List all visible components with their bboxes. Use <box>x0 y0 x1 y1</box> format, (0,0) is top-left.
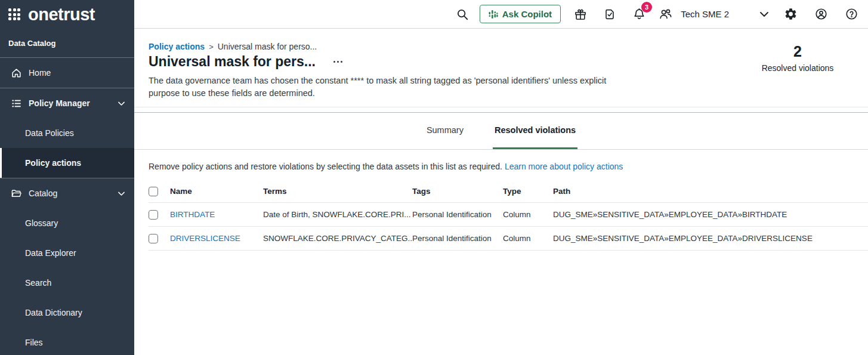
sidebar-item-label: Data Explorer <box>25 248 76 258</box>
tab-summary[interactable]: Summary <box>425 113 465 149</box>
sidebar-nav: HomePolicy ManagerData PoliciesPolicy ac… <box>0 58 134 355</box>
row-checkbox[interactable] <box>149 234 158 243</box>
column-header-type: Type <box>503 187 553 196</box>
main-area: Ask Copilot 3 Tech SME 2 <box>134 0 868 355</box>
sidebar-item-home[interactable]: Home <box>0 58 134 88</box>
stat-value: 2 <box>756 43 839 60</box>
breadcrumb-separator: > <box>209 42 214 51</box>
sidebar-item-label: Data Policies <box>25 128 74 138</box>
sidebar-item-label: Policy Manager <box>29 98 90 108</box>
breadcrumb-current: Universal mask for perso... <box>218 42 317 51</box>
spacer <box>134 107 868 112</box>
sidebar-item-data-policies[interactable]: Data Policies <box>0 118 134 148</box>
column-header-name: Name <box>170 187 263 196</box>
sidebar-item-label: Files <box>25 338 43 347</box>
ask-copilot-label: Ask Copilot <box>502 9 552 19</box>
sidebar-item-policy-manager[interactable]: Policy Manager <box>0 88 134 118</box>
chevron-down-icon[interactable] <box>116 189 126 200</box>
chevron-down-icon[interactable] <box>116 98 126 110</box>
sidebar-item-label: Glossary <box>25 218 58 228</box>
learn-more-link[interactable]: Learn more about policy actions <box>505 162 623 171</box>
asset-name-link[interactable]: BIRTHDATE <box>170 210 215 219</box>
column-header-terms: Terms <box>263 187 412 196</box>
type-cell: Column <box>503 210 553 219</box>
ask-copilot-button[interactable]: Ask Copilot <box>480 5 561 23</box>
violations-table: Name Terms Tags Type Path BIRTHDATEDate … <box>149 180 868 251</box>
select-all-checkbox[interactable] <box>149 187 158 196</box>
sidebar-item-search[interactable]: Search <box>0 268 134 298</box>
column-header-tags: Tags <box>412 187 503 196</box>
sidebar-group: Home <box>0 58 134 88</box>
sidebar-item-catalog[interactable]: Catalog <box>0 178 134 208</box>
path-cell: DUG_SME»SENSITIVE_DATA»EMPLOYEE_DATA»BIR… <box>553 210 868 219</box>
asset-name-link[interactable]: DRIVERSLICENSE <box>170 234 240 243</box>
sidebar-item-label: Search <box>25 278 51 288</box>
terms-cell: Date of Birth, SNOWFLAKE.CORE.PRI... <box>263 210 412 219</box>
resolved-violations-stat: 2 Resolved violations <box>756 43 839 100</box>
breadcrumb-policy-actions-link[interactable]: Policy actions <box>149 42 205 51</box>
breadcrumb: Policy actions > Universal mask for pers… <box>149 42 620 51</box>
page-description: The data governance team has chosen the … <box>149 75 620 100</box>
page-header: Policy actions > Universal mask for pers… <box>134 29 868 107</box>
account-icon[interactable] <box>814 7 828 21</box>
notifications-bell-icon[interactable]: 3 <box>632 7 646 21</box>
app-window: onetrust Data Catalog HomePolicy Manager… <box>0 0 868 355</box>
copilot-icon <box>489 9 498 20</box>
tags-cell: Personal Identification <box>412 210 503 219</box>
search-icon[interactable] <box>456 8 469 21</box>
sidebar-group: Policy ManagerData PoliciesPolicy action… <box>0 88 134 178</box>
sidebar-group: CatalogGlossaryData ExplorerSearchData D… <box>0 178 134 355</box>
table-row: BIRTHDATEDate of Birth, SNOWFLAKE.CORE.P… <box>149 203 868 227</box>
path-cell: DUG_SME»SENSITIVE_DATA»EMPLOYEE_DATA»DRI… <box>553 234 868 243</box>
more-options-icon[interactable] <box>332 57 344 67</box>
sidebar-item-files[interactable]: Files <box>0 328 134 355</box>
table-row: DRIVERSLICENSESNOWFLAKE.CORE.PRIVACY_CAT… <box>149 227 868 251</box>
brand-wordmark: onetrust <box>28 5 95 24</box>
brand-logo[interactable]: onetrust <box>0 0 134 29</box>
sidebar-item-glossary[interactable]: Glossary <box>0 208 134 238</box>
topbar: Ask Copilot 3 Tech SME 2 <box>134 0 868 29</box>
folder-icon <box>11 188 25 199</box>
sidebar-item-label: Catalog <box>29 189 57 198</box>
sidebar-item-label: Data Dictionary <box>25 308 82 317</box>
page-title: Universal mask for pers... <box>149 54 316 70</box>
settings-gear-icon[interactable] <box>784 7 798 21</box>
sidebar-item-policy-actions[interactable]: Policy actions <box>0 148 134 178</box>
document-check-icon[interactable] <box>603 8 616 21</box>
column-header-path: Path <box>553 187 868 196</box>
sidebar: onetrust Data Catalog HomePolicy Manager… <box>0 0 134 355</box>
sidebar-item-label: Policy actions <box>25 158 81 168</box>
waffle-menu-icon[interactable] <box>8 8 20 20</box>
chevron-down-icon[interactable] <box>758 8 771 21</box>
tab-bar: SummaryResolved violations <box>134 113 868 150</box>
home-icon <box>11 67 25 79</box>
info-row: Remove policy actions and restore violat… <box>134 150 868 180</box>
table-header-row: Name Terms Tags Type Path <box>149 180 868 203</box>
help-icon[interactable] <box>845 7 858 21</box>
product-name: Data Catalog <box>0 29 134 58</box>
stat-label: Resolved violations <box>756 63 839 73</box>
sidebar-item-label: Home <box>29 68 51 78</box>
table-body: BIRTHDATEDate of Birth, SNOWFLAKE.CORE.P… <box>149 203 868 251</box>
type-cell: Column <box>503 234 553 243</box>
info-text: Remove policy actions and restore violat… <box>149 162 502 171</box>
terms-cell: SNOWFLAKE.CORE.PRIVACY_CATEG... <box>263 234 412 243</box>
tags-cell: Personal Identification <box>412 234 503 243</box>
gift-icon[interactable] <box>574 8 587 21</box>
user-name[interactable]: Tech SME 2 <box>681 9 729 19</box>
tab-resolved-violations[interactable]: Resolved violations <box>493 113 577 149</box>
sidebar-item-data-explorer[interactable]: Data Explorer <box>0 238 134 268</box>
sidebar-item-data-dictionary[interactable]: Data Dictionary <box>0 298 134 328</box>
notification-count-badge: 3 <box>641 2 652 13</box>
list-icon <box>11 98 25 109</box>
row-checkbox[interactable] <box>149 210 158 220</box>
users-icon[interactable] <box>659 7 672 21</box>
